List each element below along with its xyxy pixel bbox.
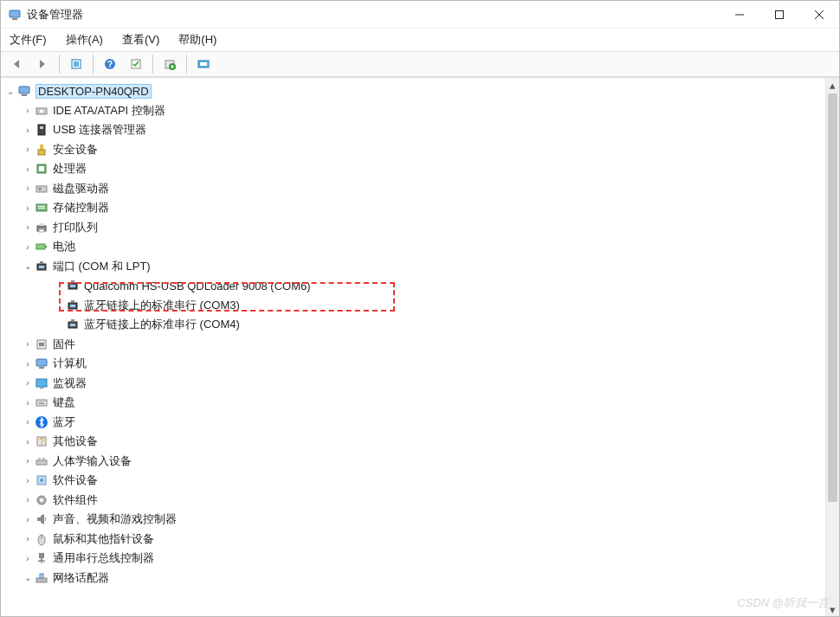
- device-tree[interactable]: ⌄ DESKTOP-PN40QRD › IDE ATA/ATAPI 控制器 › …: [1, 78, 825, 616]
- port-icon: [65, 278, 81, 293]
- expand-toggle[interactable]: ›: [22, 378, 34, 388]
- expand-toggle[interactable]: ›: [22, 164, 34, 174]
- expand-toggle[interactable]: ›: [22, 106, 34, 115]
- scroll-thumb[interactable]: [828, 93, 837, 502]
- scroll-down-icon[interactable]: ▾: [826, 602, 839, 616]
- root-label[interactable]: DESKTOP-PN40QRD: [36, 84, 152, 99]
- minimize-button[interactable]: [720, 1, 759, 29]
- menu-action[interactable]: 操作(A): [62, 30, 107, 49]
- expand-toggle[interactable]: ›: [22, 203, 34, 213]
- expand-toggle[interactable]: ›: [22, 398, 34, 408]
- scroll-track[interactable]: [826, 92, 839, 602]
- expand-toggle[interactable]: ⌄: [22, 261, 34, 271]
- show-hidden-button[interactable]: [64, 54, 88, 74]
- content-area: ⌄ DESKTOP-PN40QRD › IDE ATA/ATAPI 控制器 › …: [1, 77, 839, 616]
- tree-item[interactable]: › 键盘: [1, 393, 825, 413]
- tree-root[interactable]: ⌄ DESKTOP-PN40QRD: [1, 81, 825, 101]
- expand-toggle[interactable]: ›: [22, 495, 34, 505]
- back-button[interactable]: [4, 54, 29, 74]
- tree-item[interactable]: › 监视器: [1, 374, 825, 394]
- expand-toggle[interactable]: ›: [22, 145, 34, 154]
- tree-child-label: 蓝牙链接上的标准串行 (COM4): [84, 317, 240, 332]
- disk-icon: [34, 181, 49, 196]
- tree-item-label: 声音、视频和游戏控制器: [53, 511, 177, 527]
- tree-item[interactable]: › IDE ATA/ATAPI 控制器: [1, 101, 825, 121]
- expand-toggle[interactable]: ›: [22, 222, 34, 232]
- menu-view[interactable]: 查看(V): [119, 30, 163, 49]
- tree-item[interactable]: › 鼠标和其他指针设备: [1, 530, 825, 550]
- expand-toggle[interactable]: ›: [22, 339, 34, 349]
- tree-item[interactable]: › 软件组件: [1, 491, 825, 511]
- expand-toggle[interactable]: ›: [22, 456, 34, 466]
- expand-toggle[interactable]: ⌄: [22, 573, 34, 582]
- expand-toggle[interactable]: ›: [22, 183, 34, 193]
- help-button[interactable]: [98, 54, 122, 74]
- battery-icon: [34, 239, 49, 254]
- tree-item[interactable]: › 蓝牙: [1, 413, 825, 433]
- tree-item-label: 存储控制器: [53, 200, 109, 215]
- port-icon: [65, 317, 81, 332]
- expand-toggle[interactable]: ›: [22, 437, 34, 447]
- maximize-button[interactable]: [759, 1, 799, 29]
- toolbar: [1, 51, 839, 77]
- network-icon: [34, 570, 49, 586]
- tree-item-label: 计算机: [53, 356, 87, 371]
- tree-item[interactable]: › 磁盘驱动器: [1, 179, 825, 199]
- close-button[interactable]: [799, 1, 839, 29]
- menu-file[interactable]: 文件(F): [6, 30, 50, 49]
- other-icon: [34, 434, 49, 449]
- expand-toggle[interactable]: ›: [22, 359, 34, 369]
- tree-item[interactable]: ⌄ 端口 (COM 和 LPT): [1, 257, 825, 277]
- scroll-up-icon[interactable]: ▴: [826, 78, 839, 92]
- storage-icon: [34, 200, 49, 215]
- tree-item[interactable]: ⌄ 网络话配器: [1, 569, 825, 588]
- printer-icon: [34, 220, 49, 235]
- tree-child-label: 蓝牙链接上的标准串行 (COM3): [84, 298, 240, 313]
- tree-item[interactable]: › 固件: [1, 335, 825, 355]
- computer-icon: [16, 83, 32, 99]
- audio-icon: [34, 511, 49, 527]
- tree-item[interactable]: › USB 连接器管理器: [1, 120, 825, 140]
- expand-toggle[interactable]: ›: [22, 476, 34, 485]
- tree-item[interactable]: › 计算机: [1, 354, 825, 374]
- expand-toggle[interactable]: ›: [22, 242, 34, 252]
- tree-item[interactable]: › 通用串行总线控制器: [1, 549, 825, 569]
- tree-item-label: 人体学输入设备: [53, 453, 132, 469]
- devices-button[interactable]: [191, 54, 216, 74]
- tree-item[interactable]: › 声音、视频和游戏控制器: [1, 510, 825, 530]
- tree-item[interactable]: › 打印队列: [1, 218, 825, 238]
- tree-item[interactable]: › 安全设备: [1, 140, 825, 160]
- expand-toggle[interactable]: ›: [22, 534, 34, 543]
- tree-item[interactable]: › 其他设备: [1, 432, 825, 452]
- app-icon: [8, 8, 22, 22]
- tree-item[interactable]: › 人体学输入设备: [1, 452, 825, 472]
- menubar: 文件(F) 操作(A) 查看(V) 帮助(H): [1, 29, 839, 51]
- tree-child-item[interactable]: 蓝牙链接上的标准串行 (COM3): [1, 296, 825, 316]
- vertical-scrollbar[interactable]: ▴ ▾: [825, 78, 839, 616]
- tree-child-item[interactable]: 蓝牙链接上的标准串行 (COM4): [1, 315, 825, 335]
- tree-item-label: 固件: [53, 337, 75, 352]
- monitor-icon: [34, 376, 49, 391]
- expand-toggle[interactable]: ›: [22, 125, 34, 135]
- tree-item[interactable]: › 电池: [1, 237, 825, 257]
- expand-toggle[interactable]: ⌄: [4, 87, 16, 96]
- hid-icon: [34, 453, 49, 469]
- tree-item-label: 处理器: [53, 161, 87, 177]
- add-device-button[interactable]: [158, 54, 182, 74]
- scan-button[interactable]: [124, 54, 148, 74]
- tree-item[interactable]: › 存储控制器: [1, 198, 825, 218]
- menu-help[interactable]: 帮助(H): [175, 30, 220, 49]
- tree-item[interactable]: › 软件设备: [1, 471, 825, 491]
- tree-item-label: 打印队列: [53, 220, 98, 235]
- tree-item-label: 蓝牙: [53, 415, 75, 430]
- forward-button[interactable]: [30, 54, 55, 74]
- expand-toggle[interactable]: ›: [22, 417, 34, 427]
- expand-toggle[interactable]: ›: [22, 554, 34, 563]
- component-icon: [34, 492, 49, 508]
- port-icon: [34, 259, 49, 274]
- tree-child-item[interactable]: Qualcomm HS-USB QDLoader 9008 (COM6): [1, 276, 825, 296]
- expand-toggle[interactable]: ›: [22, 515, 34, 524]
- keyboard-icon: [34, 395, 49, 410]
- tree-item[interactable]: › 处理器: [1, 159, 825, 179]
- firmware-icon: [34, 337, 49, 352]
